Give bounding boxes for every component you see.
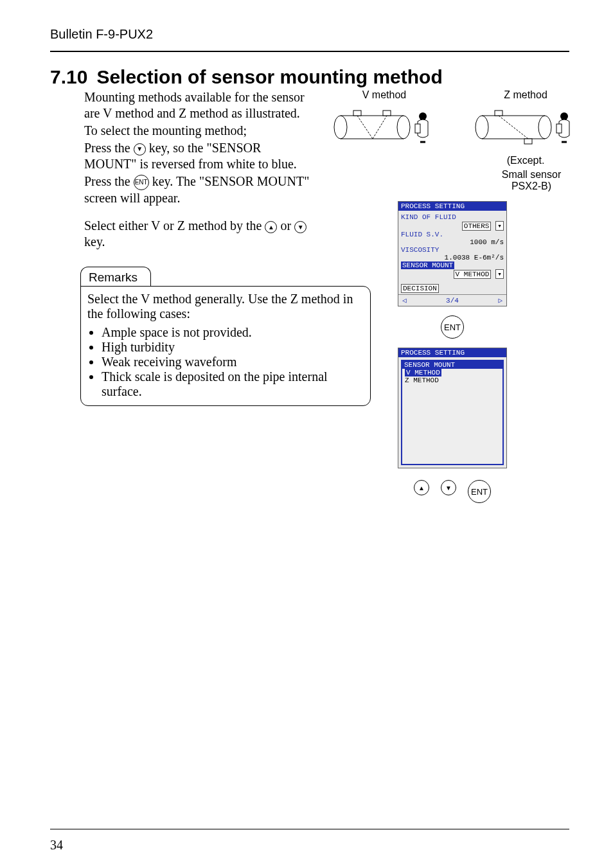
lcd2-option-z: Z METHOD (402, 376, 502, 384)
up-key-icon: ▲ (265, 221, 277, 233)
nav-left-icon: ◁ (402, 296, 407, 305)
lcd1-kind-label: KIND OF FLUID (401, 213, 504, 221)
lcd1-sv-value: 1000 m/s (401, 238, 504, 246)
header-rule (50, 51, 569, 52)
ent-key-icon: ENT (441, 315, 464, 339)
z-method-note-2: Small sensor PSX2-B) (474, 169, 577, 192)
key-row: ▲ ▼ ENT (328, 480, 577, 503)
svg-point-0 (334, 116, 347, 139)
text-fragment: Press the (84, 141, 134, 155)
text-fragment: Select either V or Z method by the (84, 218, 265, 233)
lcd1-kind-value: OTHERS (462, 222, 492, 231)
section-number: 7.10 (50, 66, 87, 88)
remarks-item: High turbidity (102, 340, 364, 355)
svg-point-18 (560, 112, 568, 120)
lcd2-panel-title: SENSOR MOUNT (402, 361, 502, 369)
operator-icon (556, 112, 569, 142)
remarks-list: Ample space is not provided. High turbid… (87, 325, 364, 399)
svg-rect-9 (415, 124, 420, 133)
lcd1-decision-button: DECISION (401, 284, 439, 293)
text-fragment: Press the (84, 174, 134, 188)
z-method-note-1: (Except. (474, 155, 577, 166)
lcd2-popup: SENSOR MOUNT V METHOD Z METHOD (401, 360, 504, 465)
footer-rule (50, 829, 569, 829)
operator-icon (415, 112, 428, 142)
lcd1-title: PROCESS SETTING (398, 202, 506, 211)
svg-point-3 (397, 116, 410, 139)
lcd1-visc-label: VISCOSITY (401, 246, 504, 254)
ent-key-icon: ENT (134, 175, 149, 190)
remarks-item: Thick scale is deposited on the pipe int… (102, 369, 364, 399)
remarks-heading: Remarks (80, 267, 151, 287)
text-fragment: key. (84, 235, 105, 249)
svg-point-14 (538, 116, 551, 139)
lcd1-sv-label: FLUID S.V. (401, 231, 504, 238)
up-key-icon: ▲ (414, 480, 429, 495)
svg-rect-5 (383, 111, 391, 116)
svg-rect-4 (353, 111, 361, 116)
svg-rect-19 (556, 124, 562, 133)
dropdown-icon: ▾ (495, 221, 504, 231)
bulletin-id: Bulletin F-9-PUX2 (50, 27, 569, 42)
intro-paragraph-3: Press the ▼ key, so the "SENSOR MOUNT" i… (84, 140, 314, 172)
v-method-label: V method (333, 89, 436, 101)
intro-paragraph-4: Press the ENT key. The "SENSOR MOUNT" sc… (84, 173, 314, 206)
lcd-screen-1: PROCESS SETTING KIND OF FLUID OTHERS ▾ F… (398, 201, 507, 306)
ent-key-icon: ENT (468, 480, 491, 503)
z-method-label: Z method (474, 89, 577, 101)
text-fragment: or (280, 218, 294, 233)
lcd1-mount-label: SENSOR MOUNT (401, 261, 454, 269)
intro-paragraph-2: To select the mounting method; (84, 123, 314, 139)
remarks-item: Ample space is not provided. (102, 325, 364, 340)
down-key-icon: ▼ (441, 480, 456, 495)
svg-line-7 (373, 116, 387, 139)
lcd1-visc-value: 1.0038 E-6m²/s (401, 254, 504, 261)
svg-point-11 (475, 116, 488, 139)
page-number: 34 (50, 838, 63, 853)
lcd2-option-v: V METHOD (405, 369, 441, 376)
z-method-diagram-cell: Z method (Except. (474, 89, 577, 192)
down-key-icon: ▼ (134, 143, 146, 155)
lcd2-title: PROCESS SETTING (398, 348, 506, 357)
v-method-diagram (333, 105, 436, 150)
svg-line-6 (357, 116, 373, 139)
intro-paragraph-5: Select either V or Z method by the ▲ or … (84, 218, 314, 250)
svg-line-17 (499, 116, 528, 139)
remarks-lead: Select the V method generally. Use the Z… (87, 292, 364, 321)
remarks-item: Weak receiving waveform (102, 355, 364, 369)
down-key-icon: ▼ (294, 221, 306, 233)
svg-rect-16 (524, 139, 532, 144)
intro-paragraph-1: Mounting methods available for the senso… (84, 89, 314, 121)
v-method-diagram-cell: V method (333, 89, 436, 192)
lcd1-mount-value: V METHOD (454, 270, 492, 279)
svg-point-8 (419, 112, 427, 120)
z-method-diagram (474, 105, 577, 150)
nav-right-icon: ▷ (498, 296, 502, 305)
nav-page: 3/4 (446, 297, 459, 305)
section-title: Selection of sensor mounting method (96, 66, 442, 88)
lcd-screen-2: PROCESS SETTING SENSOR MOUNT V METHOD Z … (398, 348, 507, 468)
svg-rect-15 (495, 111, 502, 116)
dropdown-icon: ▾ (495, 269, 504, 279)
